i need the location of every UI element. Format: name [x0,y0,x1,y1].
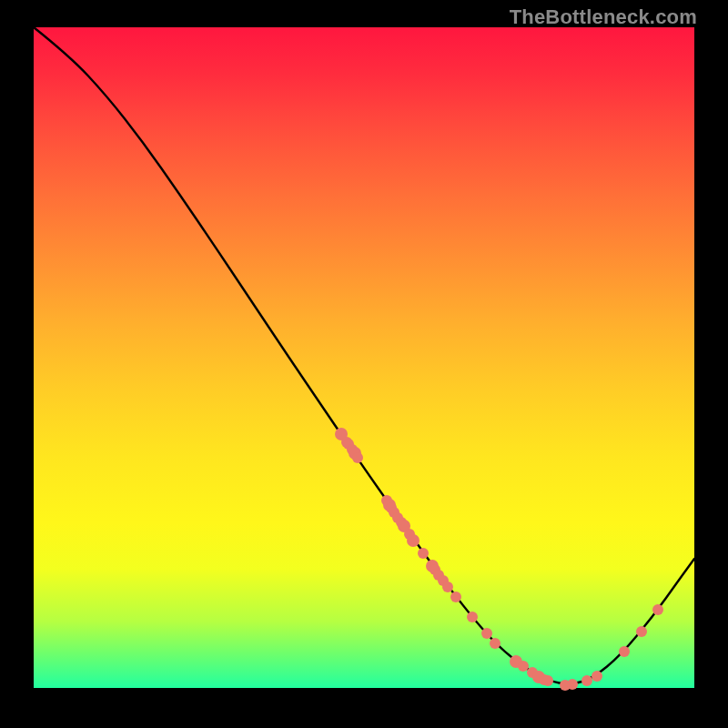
bottleneck-curve [34,27,694,683]
bottleneck-chart [0,0,728,728]
scatter-point [592,671,602,682]
scatter-point [518,661,529,672]
scatter-point [619,646,630,657]
scatter-point [581,675,592,686]
scatter-point [450,592,461,602]
scatter-point [636,626,647,637]
watermark-text: TheBottleneck.com [510,5,697,29]
scatter-point [567,679,578,690]
scatter-markers [335,428,663,691]
scatter-point [467,612,478,622]
scatter-point [442,581,453,592]
scatter-point [418,548,429,559]
scatter-point [481,628,492,639]
scatter-point [352,452,363,463]
scatter-point [542,675,553,686]
scatter-point [407,534,420,547]
scatter-point [490,638,500,649]
scatter-point [652,604,663,615]
